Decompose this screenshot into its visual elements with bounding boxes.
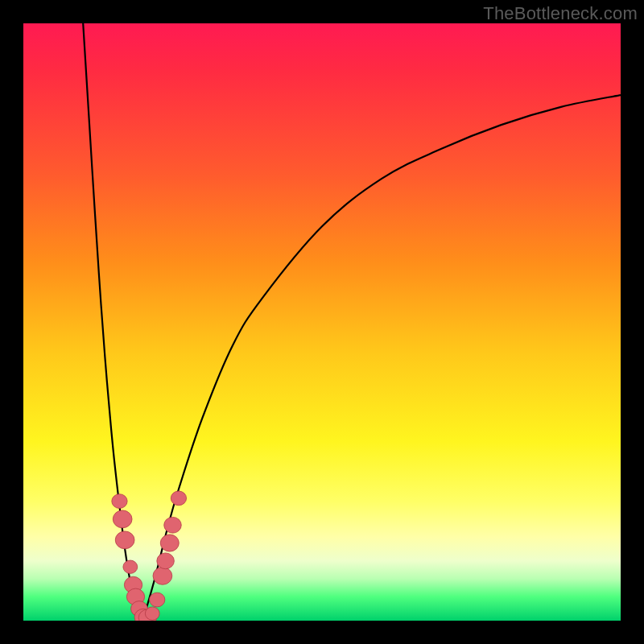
bead-point <box>112 494 127 509</box>
curve-right-branch <box>142 95 621 621</box>
chart-frame: TheBottleneck.com <box>0 0 644 644</box>
bead-point <box>115 531 134 549</box>
curve-left-branch <box>83 23 142 621</box>
bead-point <box>160 535 179 551</box>
curve-layer <box>23 23 621 621</box>
bead-point <box>123 560 138 573</box>
bead-point <box>150 592 165 607</box>
bead-point <box>113 510 132 528</box>
bead-point <box>145 607 159 620</box>
bead-point <box>171 491 186 506</box>
plot-area <box>23 23 621 621</box>
bead-point <box>157 553 175 569</box>
bead-point <box>164 517 182 533</box>
watermark-text: TheBottleneck.com <box>483 3 638 24</box>
bead-point <box>153 567 172 584</box>
